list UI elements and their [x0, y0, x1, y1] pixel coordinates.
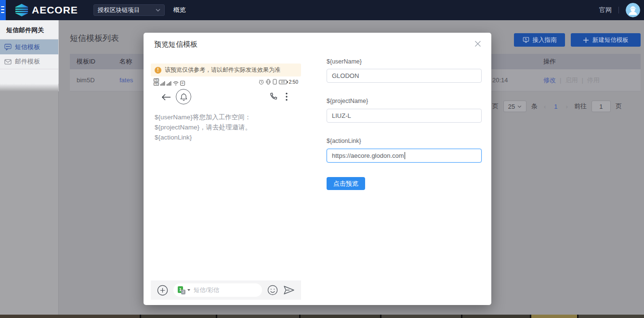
next-page-button[interactable]: ›	[565, 103, 569, 110]
cell-name-link[interactable]: fates	[119, 69, 133, 91]
signal-bars-icon	[167, 81, 171, 86]
projectname-value: LIUZ-L	[332, 112, 351, 119]
project-select[interactable]: 授权区块链项目	[93, 4, 165, 16]
chevron-down-icon	[517, 105, 522, 108]
create-template-button[interactable]: 新建短信模板	[571, 33, 641, 47]
plus-icon	[583, 37, 589, 43]
app-root: AECORE 授权区块链项目 概览 官网 短信邮件网关	[0, 0, 644, 318]
action-separator: |	[560, 76, 561, 84]
user-avatar[interactable]	[626, 3, 640, 17]
sidebar-item-label: 邮件模板	[15, 57, 40, 66]
sms-line: ${actionLink}	[155, 132, 297, 142]
preview-sms-modal: 预览短信模板 ! 该预览仅供参考，请以邮件实际发送效果为准 HD HD R	[144, 33, 491, 305]
brand-logo: AECORE	[14, 3, 78, 17]
mail-icon	[4, 58, 12, 65]
actionlink-label: ${actionLink}	[327, 138, 361, 144]
create-button-label: 新建短信模板	[592, 36, 629, 44]
plus-circle-icon[interactable]	[157, 285, 168, 296]
bell-icon[interactable]	[176, 89, 191, 104]
sms-bubble-icon	[4, 43, 12, 51]
top-navbar: AECORE 授权区块链项目 概览 官网	[0, 0, 644, 20]
preview-button[interactable]: 点击预览	[327, 177, 365, 190]
close-icon[interactable]	[474, 40, 482, 48]
guide-button[interactable]: 接入指南	[514, 33, 565, 47]
app-menu-icon[interactable]	[0, 0, 6, 20]
cell-template-id: bim5D	[77, 69, 95, 91]
call-icon[interactable]	[269, 92, 278, 101]
warning-text: 该预览仅供参考，请以邮件实际发送效果为准	[165, 66, 280, 74]
sidebar: 短信邮件网关 短信模板 邮件模板	[0, 20, 59, 84]
text-caret	[405, 152, 405, 159]
sms-line: ${projectName}，请去处理邀请。	[155, 122, 297, 132]
send-icon[interactable]	[283, 285, 295, 295]
sidebar-background	[0, 91, 59, 315]
sim-selector-icon[interactable]: 1 2	[178, 286, 185, 294]
prev-page-button[interactable]: ‹	[542, 103, 547, 110]
sms-compose-input[interactable]: 1 2 短信/彩信	[173, 283, 262, 297]
nav-overview-label[interactable]: 概览	[173, 6, 186, 14]
logo-text: AECORE	[32, 4, 78, 16]
page-title: 短信模板列表	[70, 33, 119, 44]
sms-input-placeholder: 短信/彩信	[194, 286, 219, 294]
action-separator: |	[581, 76, 583, 84]
phone-outline-icon	[273, 79, 277, 85]
status-left-icons: HD HD R	[154, 78, 185, 86]
status-right-icons: 100 2:50	[259, 79, 298, 85]
sidebar-item-sms-template[interactable]: 短信模板	[0, 39, 58, 54]
sim-caret-icon	[187, 289, 190, 291]
projectname-input[interactable]: LIUZ-L	[327, 109, 482, 123]
chevron-down-icon	[156, 9, 160, 12]
nav-divider	[618, 7, 619, 13]
username-input[interactable]: GLODON	[327, 69, 482, 83]
official-site-link[interactable]: 官网	[599, 6, 612, 14]
pagination: 页 25 条 ‹ 1 › 前往 1 页	[492, 100, 622, 113]
hd-badge-icon: HD	[154, 78, 159, 82]
sms-message-body: ${userName}将您加入工作空间： ${projectName}，请去处理…	[155, 112, 297, 142]
goto-label: 前往	[574, 102, 587, 111]
guide-icon	[523, 37, 529, 43]
warning-banner: ! 该预览仅供参考，请以邮件实际发送效果为准	[151, 64, 301, 76]
battery-icon: 100	[279, 80, 287, 84]
sms-line: ${userName}将您加入工作空间：	[155, 112, 297, 122]
taskbar-strip	[0, 315, 644, 318]
action-edit[interactable]: 修改	[543, 76, 556, 85]
username-label: ${userName}	[327, 58, 362, 65]
phone-input-bar: 1 2 短信/彩信	[151, 280, 301, 300]
current-page[interactable]: 1	[552, 103, 559, 110]
sim2-badge: 2	[181, 290, 185, 294]
action-disable[interactable]: 停用	[587, 76, 600, 85]
unit-label: 条	[531, 102, 538, 111]
phone-header	[151, 88, 301, 107]
page-size-select[interactable]: 25	[503, 101, 526, 112]
sidebar-item-label: 短信模板	[15, 43, 40, 51]
cell-actions: 修改 | 启用 | 停用	[543, 69, 600, 91]
nfc-badge-icon: R	[180, 81, 184, 86]
goto-unit-label: 页	[616, 102, 622, 111]
per-page-label: 页	[492, 102, 499, 111]
emoji-icon[interactable]	[267, 285, 278, 295]
action-enable[interactable]: 启用	[565, 76, 578, 85]
logo-cube-icon	[14, 3, 29, 17]
back-arrow-icon[interactable]	[161, 93, 171, 101]
signal-bars-icon	[160, 81, 165, 86]
column-template-id: 模板ID	[77, 54, 95, 69]
username-value: GLODON	[332, 72, 359, 79]
project-select-value: 授权区块链项目	[98, 6, 156, 14]
goto-page-input[interactable]: 1	[591, 101, 611, 112]
vibrate-icon	[266, 79, 271, 85]
actionlink-value: https://aecore.glodon.com	[332, 152, 404, 159]
modal-title: 预览短信模板	[154, 40, 197, 49]
sidebar-fade	[0, 84, 59, 91]
status-time: 2:50	[289, 79, 298, 85]
column-actions: 操作	[543, 54, 556, 69]
warning-icon: !	[155, 67, 161, 74]
guide-button-label: 接入指南	[533, 36, 557, 44]
sidebar-item-mail-template[interactable]: 邮件模板	[0, 54, 58, 69]
phone-preview: HD HD R 100 2:50	[151, 76, 301, 300]
actionlink-input[interactable]: https://aecore.glodon.com	[327, 149, 482, 163]
sidebar-title: 短信邮件网关	[0, 20, 58, 39]
phone-status-bar: HD HD R 100 2:50	[154, 78, 298, 86]
hd-badge-icon: HD	[154, 82, 159, 86]
more-menu-icon[interactable]	[286, 92, 288, 101]
column-name: 名称	[119, 54, 132, 69]
